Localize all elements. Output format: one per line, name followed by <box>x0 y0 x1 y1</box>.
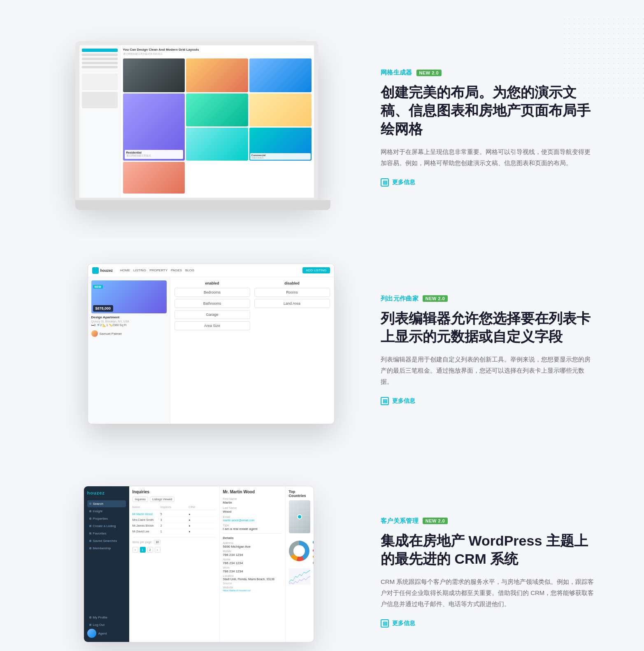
section2-more-text: 更多信息 <box>392 397 415 405</box>
section1-more-text: 更多信息 <box>392 179 415 186</box>
section1-description: 网格对于在屏幕上呈现信息非常重要。网格可以引导视线，使页面导航变得更加容易。例如… <box>381 146 595 168</box>
items-per-page-label: Items per page: <box>133 541 153 544</box>
top-nav: HOME LISTING PROPERTY PAGES BLOG <box>120 268 295 272</box>
photo-commercial: Commercial 创建完美版式 <box>249 128 312 161</box>
section3-more-text: 更多信息 <box>392 620 415 627</box>
country-row-other: Other 3,369 <box>313 560 314 566</box>
residential-label-box: Residential 通过网格创建完美版式 <box>125 150 184 159</box>
donut-chart <box>289 541 309 561</box>
crm-nav-membership[interactable]: Membership <box>87 545 126 552</box>
nav-label-profile: My Profile <box>93 616 108 619</box>
logo-icon <box>92 267 99 274</box>
crm-nav-insight[interactable]: Insight <box>87 508 126 515</box>
fields-panel: enabled Bedrooms Bathrooms Garage Area S… <box>170 277 334 424</box>
crm-nav-favorites[interactable]: Favorites <box>87 530 126 537</box>
crm-content: Inquiries Inquiries Listings Viewed Name… <box>129 486 314 642</box>
items-per-page-value: 10 <box>154 540 160 544</box>
type-label: Type <box>223 524 282 527</box>
section-3: houzez Search Insight <box>0 461 644 651</box>
pg-2[interactable]: 2 <box>147 547 153 553</box>
nav-listing: LISTING <box>133 268 146 272</box>
photo-6 <box>186 128 248 161</box>
commercial-label-box: Commercial 创建完美版式 <box>250 153 311 160</box>
source-label: Source <box>223 582 282 585</box>
section-1: You Can Design Clean And Modern Grid Lay… <box>0 16 644 239</box>
section2-content: 列出元作曲家 NEW 2.0 列表编辑器允许您选择要在列表卡上显示的元数据或自定… <box>381 295 595 405</box>
mobile-value: 786 234 1234 <box>223 553 282 557</box>
nav-label-logout: Log Out <box>93 623 105 627</box>
field-website: Website https://bella.cf.houzez.co/ <box>223 586 282 592</box>
crm-td-crm-2: ● <box>188 518 216 521</box>
crm-td-inq-1: 5 <box>160 513 188 516</box>
section2-label: 列出元作曲家 <box>381 295 418 303</box>
bottom-cards: NEW $4,500/mo FOR RENT Standard Apartmen… <box>88 424 334 424</box>
nav-label-membership: Membership <box>93 546 111 550</box>
crm-nav-create[interactable]: Create a Listing <box>87 523 126 530</box>
crm-nav-saved[interactable]: Saved Searches <box>87 537 126 544</box>
crm-td-crm-4: ● <box>188 530 216 533</box>
crm-person-info: Mr. Martin Wood First Name Martin Last N… <box>220 486 286 642</box>
crm-nav-profile[interactable]: My Profile <box>87 614 126 621</box>
crm-user-info: Agent <box>87 629 126 638</box>
crm-td-name-3: Mr.James Brown <box>133 524 160 527</box>
crm-nav-logout[interactable]: Log Out <box>87 621 126 628</box>
section3-content: 客户关系管理 NEW 2.0 集成在房地产 WordPress 主题上的最先进的… <box>381 517 595 628</box>
nav-label-search: Search <box>93 502 103 506</box>
field-home: Home 786 234 1234 <box>223 558 282 565</box>
section3-more-link[interactable]: ▤ 更多信息 <box>381 619 595 628</box>
laptop-mockup-1: You Can Design Clean And Modern Grid Lay… <box>75 41 330 214</box>
property-price: $878,000 <box>93 305 114 312</box>
country-row-fr: France 702 <box>313 547 314 553</box>
photo-2 <box>186 58 248 92</box>
field-garage: Garage <box>174 310 250 319</box>
home-value: 786 234 1234 <box>223 561 282 565</box>
inner-page-title: You Can Design Clean And Modern Grid Lay… <box>123 48 312 51</box>
photo-4 <box>186 93 248 126</box>
crm-row-4: Mr.David Lee 1 ● <box>133 529 216 534</box>
disabled-column: disabled Rooms Land Area <box>254 281 330 420</box>
crm-nav-properties[interactable]: Properties <box>87 515 126 522</box>
new-badge: NEW <box>93 282 103 289</box>
section3-badge: NEW 2.0 <box>423 518 448 524</box>
crm-td-inq-4: 1 <box>160 530 188 533</box>
pg-next[interactable]: › <box>155 547 160 553</box>
browser-window-2: houzez HOME LISTING PROPERTY PAGES BLOG … <box>88 264 335 424</box>
residential-sub: 通过网格创建完美版式 <box>126 154 182 158</box>
section2-more-link[interactable]: ▤ 更多信息 <box>381 397 595 405</box>
crm-details-block: Details Address 5690 Michigan Ave Mobile… <box>223 533 282 592</box>
field-location: Location Stadt Uniti, Florida, Miami Bea… <box>223 574 282 581</box>
work-value: 786 234 1234 <box>223 569 282 573</box>
section1-image: You Can Design Clean And Modern Grid Lay… <box>49 41 356 214</box>
crm-person-name: Mr. Martin Wood <box>223 490 282 494</box>
inner-page-sub: 通过网格创建完美的版式布局和演示 <box>123 52 312 56</box>
filter-inquiries[interactable]: Inquiries <box>133 497 148 502</box>
section1-label: 网格生成器 <box>381 69 412 77</box>
photo-1 <box>123 58 185 92</box>
agent-avatar <box>91 330 98 337</box>
nav-dot-favorites <box>89 532 91 534</box>
analytics-title: Top Countries <box>289 490 310 498</box>
crm-table-header: Name Inquiries CRM <box>133 504 216 510</box>
field-work: Work 786 234 1234 <box>223 566 282 573</box>
crm-nav-search[interactable]: Search <box>87 500 126 507</box>
nav-blog: BLOG <box>185 268 194 272</box>
sidebar-item-3 <box>82 62 118 64</box>
home-label: Home <box>223 558 282 561</box>
field-type: Type I am a real estate agent <box>223 524 282 531</box>
crm-td-crm-1: ● <box>188 513 216 516</box>
crm-td-name-4: Mr.David Lee <box>133 530 160 533</box>
crm-table-divider <box>133 537 216 537</box>
website-label: Website <box>223 586 282 589</box>
section3-description: CRM 系统跟踪每个客户的需求的服务水平，与房地产领域类似。例如，跟踪客户对于任… <box>381 576 595 609</box>
nav-label-favorites: Favorites <box>93 532 107 535</box>
nav-dot-create <box>89 525 91 527</box>
pg-1[interactable]: 1 <box>140 547 146 553</box>
crm-detail-panel: Mr. Martin Wood First Name Martin Last N… <box>220 486 314 642</box>
add-listing-btn[interactable]: ADD LISTING <box>302 267 330 273</box>
pg-prev[interactable]: ‹ <box>133 547 138 553</box>
crm-mockup: houzez Search Insight <box>84 486 322 651</box>
filter-listings-viewed[interactable]: Listings Viewed <box>150 497 175 502</box>
crm-td-crm-3: ● <box>188 524 216 527</box>
countries-list: United States 2,603 France <box>313 537 314 566</box>
section1-more-link[interactable]: ▤ 更多信息 <box>381 178 595 187</box>
